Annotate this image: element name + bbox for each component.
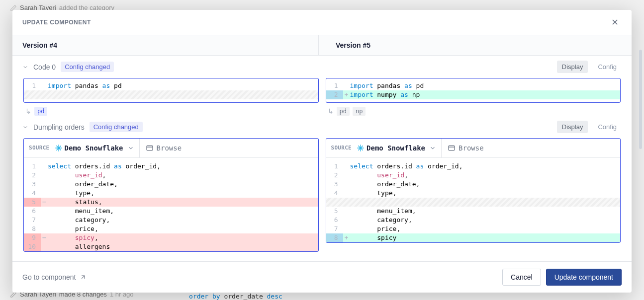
code-line: 7 price, — [326, 225, 621, 233]
code-line: 3 order_date, — [24, 180, 318, 189]
display-tab[interactable]: Display — [557, 61, 588, 73]
source-name[interactable]: Demo Snowflake — [63, 144, 125, 152]
source-bar: SOURCEDemo SnowflakeBrowse — [326, 139, 621, 158]
display-tab[interactable]: Display — [557, 121, 588, 133]
svg-rect-1 — [449, 146, 455, 150]
code-box-right: SOURCEDemo SnowflakeBrowse1select orders… — [326, 138, 621, 243]
browse-icon — [146, 144, 154, 152]
code-line: 1import pandas as pd — [326, 81, 621, 90]
section-title: Dumpling orders — [33, 123, 85, 131]
code-line: 1select orders.id as order_id, — [326, 162, 621, 171]
scrollbar[interactable] — [639, 50, 642, 149]
code-line: 5 menu_item, — [326, 207, 621, 216]
update-component-button[interactable]: Update component — [546, 269, 622, 286]
browse-button[interactable]: Browse — [442, 144, 490, 152]
browse-icon — [448, 144, 456, 152]
code-box-right: 1import pandas as pd2+import numpy as np — [326, 78, 621, 103]
output-tag[interactable]: pd — [34, 107, 47, 116]
code-line: 2+import numpy as np — [326, 90, 621, 99]
return-arrow-icon: ↳ — [328, 107, 334, 115]
section-header: Code 0Config changedDisplayConfig — [12, 56, 632, 78]
code-line: 2 user_id, — [24, 171, 318, 180]
section-title: Code 0 — [33, 63, 56, 71]
code-box-left: SOURCEDemo SnowflakeBrowse1select orders… — [23, 138, 319, 252]
section-header: Dumpling ordersConfig changedDisplayConf… — [12, 116, 632, 138]
code-line: 6 menu_item, — [24, 207, 318, 216]
diff-panes: SOURCEDemo SnowflakeBrowse1select orders… — [12, 138, 632, 252]
diff-panes: 1import pandas as pd1import pandas as pd… — [12, 78, 632, 103]
chevron-down-icon[interactable] — [429, 145, 436, 151]
code-box-left: 1import pandas as pd — [23, 78, 319, 103]
code-line: 9− spicy, — [24, 233, 318, 242]
code-line: 10 allergens — [24, 242, 318, 251]
modal-footer: Go to component Cancel Update component — [12, 261, 632, 293]
code-line: 1import pandas as pd — [24, 81, 318, 90]
code-line: 7 category, — [24, 216, 318, 225]
snowflake-icon — [55, 144, 63, 152]
config-tab[interactable]: Config — [593, 61, 622, 73]
code-line: 4 type, — [24, 189, 318, 198]
config-changed-badge: Config changed — [61, 62, 114, 72]
modal-title: UPDATE COMPONENT — [22, 19, 91, 26]
svg-rect-0 — [147, 146, 153, 150]
browse-button[interactable]: Browse — [140, 144, 188, 152]
modal-header: UPDATE COMPONENT ✕ — [12, 10, 632, 35]
output-tags-row: ↳pd↳pdnp — [12, 103, 632, 116]
cancel-button[interactable]: Cancel — [502, 269, 541, 286]
arrow-up-right-icon — [80, 274, 87, 281]
code-line — [24, 90, 318, 99]
version-headers: Version #4 Version #5 — [12, 35, 632, 56]
code-line: 1select orders.id as order_id, — [24, 162, 318, 171]
source-bar: SOURCEDemo SnowflakeBrowse — [24, 139, 318, 158]
output-tag[interactable]: np — [353, 107, 366, 116]
code-line: 3 order_date, — [326, 180, 621, 189]
go-to-component-link[interactable]: Go to component — [22, 273, 87, 281]
close-button[interactable]: ✕ — [608, 17, 622, 28]
version-right-label: Version #5 — [326, 35, 632, 55]
code-line: 8+ spicy — [326, 233, 621, 242]
code-line: 5− status, — [24, 198, 318, 207]
code-line — [326, 198, 621, 207]
version-left-label: Version #4 — [12, 35, 318, 55]
code-line: 2 user_id, — [326, 171, 621, 180]
update-component-modal: UPDATE COMPONENT ✕ Version #4 Version #5… — [12, 10, 632, 293]
chevron-down-icon[interactable] — [22, 124, 28, 130]
snowflake-icon — [357, 144, 365, 152]
chevron-down-icon[interactable] — [127, 145, 134, 151]
source-label: SOURCE — [326, 139, 357, 157]
config-changed-badge: Config changed — [90, 122, 143, 132]
diff-body[interactable]: Code 0Config changedDisplayConfig1import… — [12, 56, 632, 261]
code-line: 6 category, — [326, 216, 621, 225]
goto-label: Go to component — [22, 273, 76, 281]
output-tag[interactable]: pd — [337, 107, 350, 116]
source-name[interactable]: Demo Snowflake — [365, 144, 427, 152]
code-line: 8 price, — [24, 225, 318, 233]
code-line: 4 type, — [326, 189, 621, 198]
chevron-down-icon[interactable] — [22, 64, 28, 70]
source-label: SOURCE — [24, 139, 55, 157]
return-arrow-icon: ↳ — [25, 107, 31, 115]
background-code: order by order_date desc — [189, 293, 282, 300]
config-tab[interactable]: Config — [593, 121, 622, 133]
